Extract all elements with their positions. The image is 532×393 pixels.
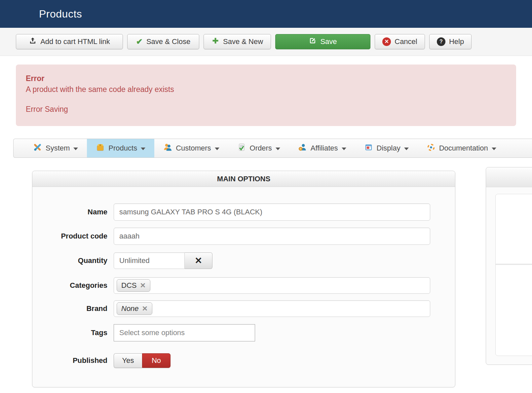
upload-icon xyxy=(29,37,37,47)
menu-item-documentation[interactable]: Documentation xyxy=(418,139,505,157)
main-options-body: Name Product code Quantity ✕ Categories xyxy=(32,187,455,387)
main-menu: System Products xyxy=(13,139,532,158)
error-alert: Error A product with the same code alrea… xyxy=(16,65,516,126)
images-panel-header xyxy=(486,167,532,187)
published-toggle: Yes No xyxy=(114,353,171,368)
menu-item-label: System xyxy=(46,144,70,153)
brand-chip: None ✕ xyxy=(117,302,152,315)
affiliate-icon xyxy=(298,143,307,154)
quantity-input[interactable] xyxy=(114,252,185,269)
menu-item-system[interactable]: System xyxy=(24,139,87,157)
chevron-down-icon xyxy=(141,148,145,150)
save-button[interactable]: Save xyxy=(275,34,370,49)
categories-label: Categories xyxy=(32,281,114,290)
chevron-down-icon xyxy=(342,148,346,150)
quantity-clear-button[interactable]: ✕ xyxy=(185,252,212,269)
add-to-cart-html-link-button[interactable]: Add to cart HTML link xyxy=(16,34,123,49)
images-panel-cell-bottom xyxy=(496,265,532,356)
menu-item-label: Documentation xyxy=(439,144,488,153)
error-alert-message: A product with the same code already exi… xyxy=(26,84,506,95)
button-label: Save xyxy=(320,37,337,46)
button-label: Save & New xyxy=(223,37,263,46)
published-label: Published xyxy=(32,356,114,365)
chevron-down-icon xyxy=(73,148,78,150)
brand-chip-label: None xyxy=(121,304,139,313)
chevron-down-icon xyxy=(404,148,409,150)
box-icon xyxy=(96,143,105,154)
images-panel-cell-top xyxy=(496,194,532,265)
tags-row: Tags xyxy=(32,324,455,341)
categories-select[interactable]: DCS ✕ xyxy=(114,277,430,294)
chip-remove-icon[interactable]: ✕ xyxy=(140,282,146,289)
menu-item-orders[interactable]: Orders xyxy=(228,139,289,157)
button-label: Help xyxy=(449,37,464,46)
help-icon: ? xyxy=(437,37,445,46)
quantity-label: Quantity xyxy=(32,256,114,265)
plus-icon xyxy=(211,37,219,47)
brand-label: Brand xyxy=(32,304,114,313)
chevron-down-icon xyxy=(276,148,280,150)
cancel-icon: ✕ xyxy=(382,37,391,46)
categories-row: Categories DCS ✕ xyxy=(32,277,455,294)
help-button[interactable]: ? Help xyxy=(429,34,472,49)
save-and-new-button[interactable]: Save & New xyxy=(204,34,271,49)
menu-item-label: Products xyxy=(108,144,137,153)
main-options-title: MAIN OPTIONS xyxy=(32,171,455,187)
published-no-button[interactable]: No xyxy=(142,353,171,368)
button-label: Cancel xyxy=(395,37,417,46)
edit-icon xyxy=(309,37,317,47)
tags-label: Tags xyxy=(32,328,114,337)
product-code-label: Product code xyxy=(32,232,114,240)
quantity-row: Quantity ✕ xyxy=(32,252,455,269)
product-code-row: Product code xyxy=(32,228,455,245)
published-yes-button[interactable]: Yes xyxy=(114,353,142,368)
images-panel xyxy=(486,167,532,365)
menu-item-label: Orders xyxy=(250,144,272,153)
name-input[interactable] xyxy=(114,203,430,221)
chevron-down-icon xyxy=(492,148,496,150)
display-icon xyxy=(364,143,373,154)
error-alert-secondary: Error Saving xyxy=(26,104,506,115)
menu-item-display[interactable]: Display xyxy=(355,139,418,157)
check-icon: ✔ xyxy=(136,38,143,46)
clear-icon: ✕ xyxy=(195,255,202,266)
main-options-panel: MAIN OPTIONS Name Product code Quantity … xyxy=(32,171,455,387)
name-row: Name xyxy=(32,203,455,221)
brand-row: Brand None ✕ xyxy=(32,300,455,317)
menu-item-affiliates[interactable]: Affiliates xyxy=(289,139,355,157)
category-chip-label: DCS xyxy=(121,281,136,290)
menu-item-label: Customers xyxy=(176,144,211,153)
product-edit-page: Products Add to cart HTML link ✔ Save & … xyxy=(0,0,532,393)
published-row: Published Yes No xyxy=(32,353,455,368)
users-icon xyxy=(163,143,172,154)
documentation-icon xyxy=(427,143,436,154)
chevron-down-icon xyxy=(215,148,219,150)
page-title: Products xyxy=(39,8,82,20)
tags-input[interactable] xyxy=(114,324,255,341)
menu-item-label: Affiliates xyxy=(311,144,338,153)
category-chip: DCS ✕ xyxy=(117,279,150,292)
topbar: Products xyxy=(0,0,532,28)
menu-item-customers[interactable]: Customers xyxy=(154,139,228,157)
images-panel-box xyxy=(495,194,532,356)
tools-icon xyxy=(33,143,42,154)
order-icon xyxy=(237,143,246,154)
error-alert-title: Error xyxy=(26,73,506,84)
button-label: Save & Close xyxy=(146,37,190,46)
cancel-button[interactable]: ✕ Cancel xyxy=(375,34,425,49)
chip-remove-icon[interactable]: ✕ xyxy=(142,305,148,313)
quantity-input-group: ✕ xyxy=(114,252,212,269)
name-label: Name xyxy=(32,208,114,216)
menu-item-products[interactable]: Products xyxy=(87,139,154,157)
save-and-close-button[interactable]: ✔ Save & Close xyxy=(127,34,199,49)
menu-item-label: Display xyxy=(377,144,400,153)
button-label: Add to cart HTML link xyxy=(40,37,110,46)
product-code-input[interactable] xyxy=(114,228,430,245)
toolbar: Add to cart HTML link ✔ Save & Close Sav… xyxy=(0,28,532,56)
brand-select[interactable]: None ✕ xyxy=(114,300,430,317)
